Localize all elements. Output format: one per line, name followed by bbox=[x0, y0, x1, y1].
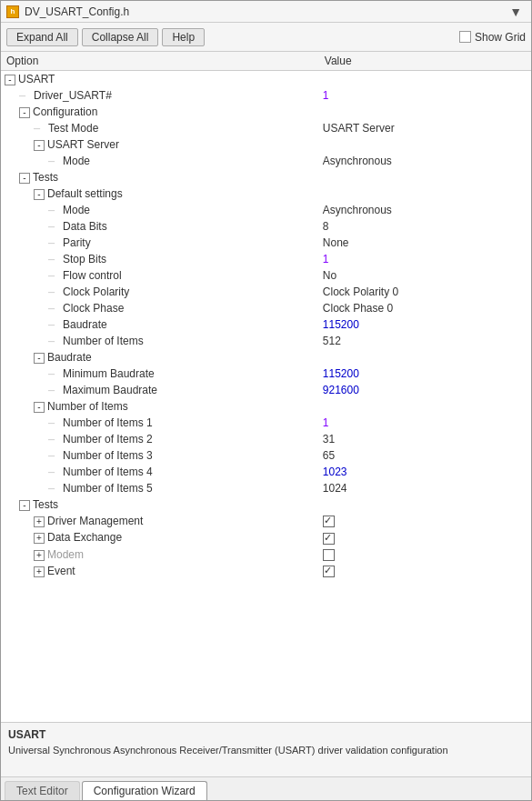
checkbox-checked[interactable] bbox=[323, 533, 335, 545]
table-row[interactable]: -Tests bbox=[1, 169, 531, 185]
tab-config-wizard[interactable]: Configuration Wizard bbox=[82, 781, 207, 800]
collapse-icon[interactable]: - bbox=[19, 173, 30, 184]
option-label: Minimum Baudrate bbox=[63, 367, 155, 380]
file-icon: h bbox=[6, 5, 19, 18]
table-row[interactable]: -Default settings bbox=[1, 185, 531, 202]
checkbox-unchecked[interactable] bbox=[323, 549, 335, 561]
collapse-icon[interactable]: - bbox=[19, 107, 30, 118]
collapse-icon[interactable]: - bbox=[34, 402, 45, 413]
option-value: 115200 bbox=[323, 367, 359, 380]
option-label: Event bbox=[47, 565, 75, 577]
tab-bar: Text Editor Configuration Wizard bbox=[1, 776, 531, 800]
option-label: USART Server bbox=[47, 138, 119, 151]
table-row[interactable]: -Configuration bbox=[1, 104, 531, 120]
option-value: No bbox=[323, 269, 336, 282]
table-row[interactable]: ─Minimum Baudrate115200 bbox=[1, 365, 531, 382]
option-value: 1023 bbox=[323, 466, 347, 478]
checkbox-checked[interactable] bbox=[323, 566, 335, 577]
table-row[interactable]: -USART Server bbox=[1, 136, 531, 153]
table-row[interactable]: -Tests bbox=[1, 496, 531, 513]
table-row[interactable]: -USART bbox=[1, 71, 531, 88]
table-row[interactable]: ─Clock PhaseClock Phase 0 bbox=[1, 300, 531, 316]
option-label: Data Bits bbox=[63, 220, 107, 233]
table-row[interactable]: ─Stop Bits1 bbox=[1, 251, 531, 267]
checkbox-checked[interactable] bbox=[323, 516, 335, 527]
option-label: Data Exchange bbox=[47, 531, 122, 544]
collapse-icon[interactable]: - bbox=[34, 353, 45, 364]
table-row[interactable]: -Baudrate bbox=[1, 349, 531, 365]
option-value: 512 bbox=[323, 335, 341, 347]
table-row[interactable]: ─ParityNone bbox=[1, 235, 531, 251]
table-row[interactable]: ─Number of Items 365 bbox=[1, 447, 531, 464]
table-row[interactable]: ─Test ModeUSART Server bbox=[1, 120, 531, 136]
collapse-icon[interactable]: - bbox=[5, 75, 15, 85]
table-row[interactable]: -Number of Items bbox=[1, 398, 531, 415]
show-grid-checkbox[interactable] bbox=[459, 31, 471, 43]
table-row[interactable]: ─Flow controlNo bbox=[1, 267, 531, 284]
show-grid-label: Show Grid bbox=[475, 31, 526, 44]
option-label: Stop Bits bbox=[63, 253, 106, 265]
collapse-all-button[interactable]: Collapse All bbox=[82, 28, 159, 46]
expand-icon[interactable]: + bbox=[34, 566, 45, 577]
collapse-icon[interactable]: - bbox=[19, 500, 30, 511]
show-grid-container: Show Grid bbox=[459, 31, 526, 44]
option-label: Number of Items bbox=[47, 400, 128, 413]
expand-icon[interactable]: + bbox=[34, 533, 45, 544]
table-row[interactable]: ─Data Bits8 bbox=[1, 218, 531, 235]
toolbar: Expand All Collapse All Help Show Grid bbox=[1, 23, 531, 52]
option-label: Mode bbox=[63, 204, 90, 216]
option-value: Asynchronous bbox=[323, 204, 392, 216]
collapse-icon[interactable]: - bbox=[34, 189, 45, 200]
table-row[interactable]: ─Number of Items 11 bbox=[1, 415, 531, 431]
option-label: Number of Items 4 bbox=[63, 466, 153, 478]
option-label: Driver Management bbox=[47, 515, 143, 527]
option-label: Tests bbox=[33, 171, 58, 184]
title-bar: h DV_USART_Config.h ▼ bbox=[1, 1, 531, 23]
pin-button[interactable]: ▼ bbox=[506, 5, 526, 19]
option-label: Configuration bbox=[33, 105, 97, 118]
tree-view[interactable]: Option Value -USART─Driver_USART#1-Confi… bbox=[1, 52, 531, 722]
info-panel: USART Universal Synchronous Asynchronous… bbox=[1, 722, 531, 776]
table-row[interactable]: ─ModeAsynchronous bbox=[1, 202, 531, 218]
option-value: None bbox=[323, 236, 349, 249]
tab-text-editor[interactable]: Text Editor bbox=[5, 781, 80, 800]
table-row[interactable]: ─Clock PolarityClock Polarity 0 bbox=[1, 284, 531, 300]
help-button[interactable]: Help bbox=[162, 28, 205, 46]
option-label: Mode bbox=[63, 155, 90, 167]
col-header-value: Value bbox=[319, 52, 531, 71]
option-label: Number of Items 2 bbox=[63, 433, 153, 446]
option-value: 1 bbox=[323, 253, 329, 265]
table-row[interactable]: ─Driver_USART#1 bbox=[1, 87, 531, 104]
table-row[interactable]: +Event bbox=[1, 563, 531, 579]
option-value: 31 bbox=[323, 433, 335, 446]
option-value: 1 bbox=[323, 89, 329, 102]
table-row[interactable]: ─Baudrate115200 bbox=[1, 316, 531, 333]
option-label: USART bbox=[18, 73, 55, 85]
table-row[interactable]: +Data Exchange bbox=[1, 529, 531, 546]
table-row[interactable]: +Driver Management bbox=[1, 513, 531, 529]
option-label: Default settings bbox=[47, 187, 123, 200]
table-row[interactable]: ─Maximum Baudrate921600 bbox=[1, 382, 531, 398]
config-table: Option Value -USART─Driver_USART#1-Confi… bbox=[1, 52, 531, 579]
table-row[interactable]: ─Number of Items 231 bbox=[1, 431, 531, 447]
option-label: Parity bbox=[63, 236, 91, 249]
table-row[interactable]: ─ModeAsynchronous bbox=[1, 153, 531, 169]
option-label: Baudrate bbox=[47, 351, 92, 364]
option-value: Clock Phase 0 bbox=[323, 302, 393, 315]
option-label: Modem bbox=[47, 548, 84, 561]
option-value: 1 bbox=[323, 416, 329, 429]
option-value: Asynchronous bbox=[323, 155, 392, 167]
main-window: h DV_USART_Config.h ▼ Expand All Collaps… bbox=[0, 0, 532, 801]
option-value: Clock Polarity 0 bbox=[323, 285, 398, 298]
table-row[interactable]: +Modem bbox=[1, 546, 531, 563]
option-value: 8 bbox=[323, 220, 329, 233]
table-row[interactable]: ─Number of Items512 bbox=[1, 333, 531, 349]
table-row[interactable]: ─Number of Items 51024 bbox=[1, 480, 531, 496]
collapse-icon[interactable]: - bbox=[34, 140, 45, 151]
option-value: 921600 bbox=[323, 384, 359, 396]
expand-all-button[interactable]: Expand All bbox=[6, 28, 78, 46]
expand-icon[interactable]: + bbox=[34, 550, 45, 561]
expand-icon[interactable]: + bbox=[34, 516, 45, 527]
option-value: USART Server bbox=[323, 122, 395, 135]
table-row[interactable]: ─Number of Items 41023 bbox=[1, 464, 531, 480]
